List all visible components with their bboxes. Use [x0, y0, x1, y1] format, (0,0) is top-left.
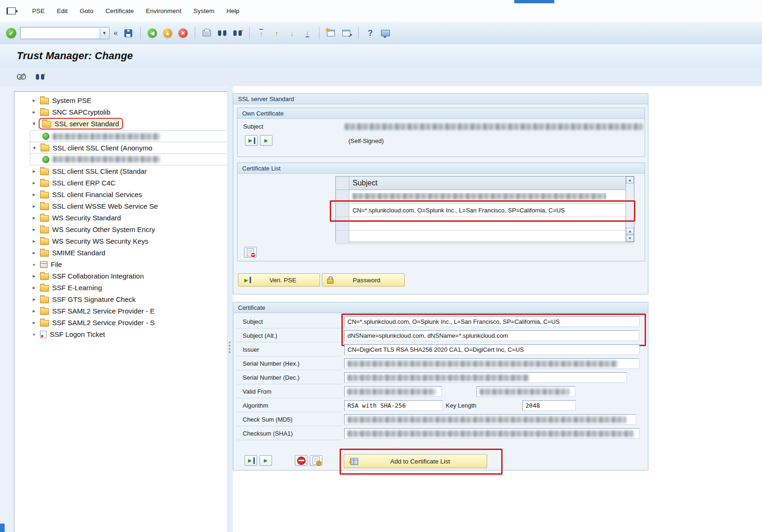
valid-from-field[interactable]: [344, 386, 442, 397]
tree-item-ssl-client-erp-c4c[interactable]: ▸SSL client ERP C4C: [31, 177, 236, 189]
row-selector-cell[interactable]: [336, 177, 349, 190]
expand-arrow-icon[interactable]: ▸: [31, 273, 37, 279]
subject-alt-field[interactable]: dNSName=splunkcloud.com, dNSName=*.splun…: [344, 330, 640, 341]
menu-exit-icon[interactable]: [7, 7, 16, 14]
certificate-list-scrollbar[interactable]: ▲ ▲ ▼: [626, 177, 634, 242]
subject-field[interactable]: CN=*.splunkcloud.com, O=Splunk Inc., L=S…: [344, 316, 640, 327]
tree-item-smime-standard[interactable]: ▸SMIME Standard: [31, 247, 236, 259]
print-button[interactable]: [200, 27, 213, 40]
valid-to-field[interactable]: [476, 386, 575, 397]
splitter-handle-icon[interactable]: [229, 341, 231, 343]
tree-item-system-pse[interactable]: ▸System PSE: [31, 95, 236, 106]
veri-pse-button[interactable]: ► Veri. PSE: [238, 273, 320, 286]
export-certificate-alt-button[interactable]: ►: [260, 135, 272, 146]
find-node-button[interactable]: +: [34, 71, 47, 83]
menu-certificate[interactable]: Certificate: [100, 4, 140, 18]
expand-arrow-icon[interactable]: ▸: [31, 109, 37, 115]
sha1-field[interactable]: [344, 428, 640, 439]
chevron-down-icon[interactable]: ▼: [100, 28, 109, 38]
new-session-button[interactable]: ★: [325, 27, 338, 40]
row-selector-cell[interactable]: [336, 217, 349, 230]
collapse-arrow-icon[interactable]: ▾: [31, 121, 37, 127]
serial-hex-field[interactable]: [344, 358, 640, 369]
remove-certificate-button[interactable]: [244, 247, 257, 258]
import-certificate-button[interactable]: ►: [245, 455, 257, 466]
tree-item-ssf-collaboration[interactable]: ▸SSF Collaboration Integration: [31, 270, 236, 282]
algorithm-field[interactable]: RSA with SHA-256: [344, 400, 443, 411]
expand-arrow-icon[interactable]: ▸: [31, 238, 37, 244]
serial-dec-field[interactable]: [344, 372, 627, 383]
import-certificate-alt-button[interactable]: ►: [259, 455, 272, 466]
expand-arrow-icon[interactable]: ▸: [31, 180, 37, 186]
menu-system[interactable]: System: [187, 4, 220, 18]
expand-arrow-icon[interactable]: ▸: [31, 97, 37, 103]
menu-edit[interactable]: Edit: [51, 4, 74, 18]
save-button[interactable]: [122, 27, 135, 40]
row-selector-cell[interactable]: [336, 190, 349, 203]
table-row-redacted[interactable]: [336, 190, 634, 204]
find-next-button[interactable]: +: [231, 27, 244, 40]
tree-item-anonymous-certificate-entry[interactable]: [30, 154, 238, 165]
row-selector-cell[interactable]: [336, 204, 349, 217]
tree-item-own-certificate-entry[interactable]: [30, 130, 238, 142]
menu-pse[interactable]: PSE: [26, 4, 51, 18]
tree-item-ssl-client-wsse[interactable]: ▸SSL client WSSE Web Service Se: [31, 200, 236, 212]
tree-item-ssf-saml2-e[interactable]: ▸SSF SAML2 Service Provider - E: [31, 305, 236, 317]
tree-item-ssl-server-standard[interactable]: ▾ SSL server Standard: [31, 118, 236, 130]
add-to-certificate-list-button[interactable]: ▲ Add to Certificate List: [344, 454, 487, 468]
expand-arrow-icon[interactable]: ▸: [31, 308, 37, 314]
menu-environment[interactable]: Environment: [140, 4, 187, 18]
help-button[interactable]: ?: [364, 27, 377, 40]
table-row-splunkcloud[interactable]: CN=*.splunkcloud.com, O=Splunk Inc., L=S…: [336, 204, 634, 217]
tree-item-ssf-logon-ticket[interactable]: ●SSF Logon Ticket: [31, 328, 236, 340]
customize-layout-button[interactable]: [379, 27, 392, 40]
tree-item-ws-security-other[interactable]: ▸WS Security Other System Encry: [31, 224, 236, 235]
collapse-toolbar-icon[interactable]: «: [114, 29, 118, 37]
command-field[interactable]: ▼: [20, 27, 109, 39]
first-page-button[interactable]: ↑: [255, 27, 268, 40]
create-shortcut-button[interactable]: ↗: [340, 27, 353, 40]
certificate-key-button[interactable]: [310, 455, 322, 466]
md5-field[interactable]: [344, 414, 636, 425]
tree-item-ssl-client-anonymous[interactable]: ▾SSL client SSL Client (Anonymo: [30, 142, 238, 154]
row-selector-cell[interactable]: [336, 231, 349, 244]
tree-item-ssf-gts[interactable]: ▸SSF GTS Signature Check: [31, 293, 236, 305]
scroll-down-button[interactable]: ▼: [626, 235, 634, 242]
tree-item-ssf-elearning[interactable]: ▸SSF E-Learning: [31, 282, 236, 293]
expand-arrow-icon[interactable]: ▸: [31, 226, 37, 232]
expand-arrow-icon[interactable]: ▸: [31, 191, 37, 198]
collapse-arrow-icon[interactable]: ▾: [32, 145, 37, 151]
password-button[interactable]: Password: [322, 273, 405, 286]
display-change-button[interactable]: [15, 71, 28, 83]
expand-arrow-icon[interactable]: ▸: [31, 296, 37, 302]
scroll-up-button-2[interactable]: ▲: [626, 228, 634, 235]
panel-splitter[interactable]: [227, 86, 233, 532]
expand-arrow-icon[interactable]: ▸: [31, 215, 37, 221]
enter-button[interactable]: ✓: [5, 27, 18, 40]
find-button[interactable]: [216, 27, 229, 40]
scroll-up-button[interactable]: ▲: [626, 177, 634, 184]
expand-arrow-icon[interactable]: ▸: [31, 168, 37, 174]
stop-button[interactable]: [295, 455, 307, 466]
tree-item-ssl-client-standard[interactable]: ▸SSL client SSL Client (Standar: [31, 165, 236, 177]
last-page-button[interactable]: ↓: [301, 27, 314, 40]
menu-goto[interactable]: Goto: [74, 4, 99, 18]
tree-item-ws-security-keys[interactable]: ▸WS Security WS Security Keys: [31, 235, 236, 247]
expand-arrow-icon[interactable]: ▸: [31, 250, 37, 256]
tree-item-file[interactable]: ●File: [31, 259, 236, 270]
page-down-button[interactable]: ↓: [286, 27, 299, 40]
page-up-button[interactable]: ↑: [270, 27, 283, 40]
issuer-field[interactable]: CN=DigiCert TLS RSA SHA256 2020 CA1, O=D…: [344, 344, 640, 355]
table-row-empty[interactable]: [336, 217, 634, 231]
menu-help[interactable]: Help: [220, 4, 245, 18]
expand-arrow-icon[interactable]: ▸: [31, 320, 37, 326]
exit-button[interactable]: ▲: [161, 27, 174, 40]
tree-item-snc-sapcryptolib[interactable]: ▸SNC SAPCryptolib: [31, 106, 236, 118]
tree-item-ws-security-standard[interactable]: ▸WS Security Standard: [31, 212, 236, 224]
expand-arrow-icon[interactable]: ▸: [31, 285, 37, 291]
key-length-field[interactable]: 2048: [522, 400, 576, 411]
export-certificate-button[interactable]: ►: [245, 135, 258, 146]
cancel-button[interactable]: ✕: [177, 27, 190, 40]
tree-item-ssf-saml2-s[interactable]: ▸SSF SAML2 Service Provider - S: [31, 317, 236, 328]
table-row-empty[interactable]: [336, 231, 634, 244]
